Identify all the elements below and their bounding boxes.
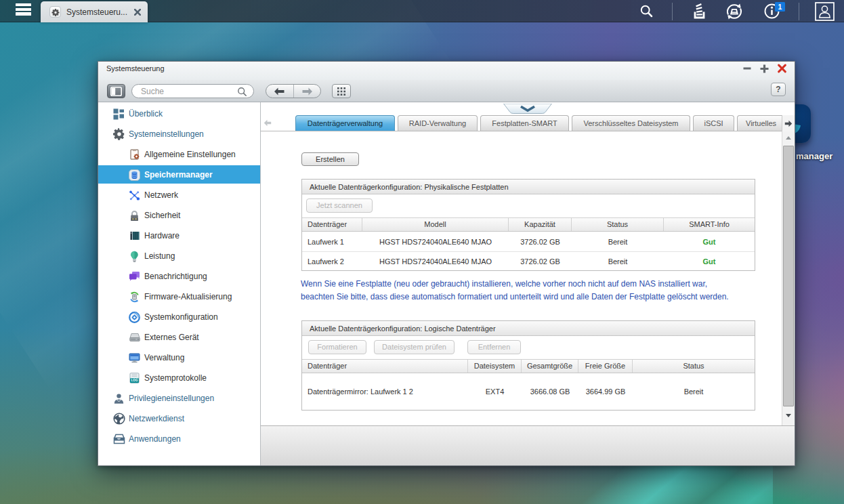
sidebar-item-label: Hardware: [144, 231, 180, 240]
sidebar-item-label: Netzwerk: [144, 190, 178, 200]
table-cell: Laufwerk 2: [302, 257, 362, 266]
sidebar-item-allgemeine-einstellungen[interactable]: Allgemeine Einstellungen: [98, 144, 260, 165]
hardware-icon: [129, 230, 140, 242]
sidebar-item-hardware[interactable]: Hardware: [98, 226, 260, 246]
system-config-icon: [129, 312, 140, 323]
column-header: Gesamtgröße: [522, 360, 578, 373]
sidebar-item-label: Anwendungen: [129, 434, 181, 444]
check-filesystem-button[interactable]: Dateisystem prüfen: [374, 340, 455, 354]
column-header: SMART-Info: [664, 218, 755, 231]
sidebar: Überblick Systemeinstellungen Allgemeine…: [98, 102, 261, 465]
tab-festplatten-smart[interactable]: Festplatten-SMART: [480, 115, 569, 131]
sidebar-item-externes-geraet[interactable]: Externes Gerät: [98, 327, 260, 348]
tab-virtuelles[interactable]: Virtuelles: [737, 115, 782, 131]
window-title: Systemsteuerung: [106, 64, 165, 72]
user-icon[interactable]: [814, 0, 835, 22]
table-row[interactable]: Laufwerk 1 HGST HDS724040ALE640 MJAO 372…: [302, 232, 755, 251]
overview-icon: [112, 108, 125, 121]
column-header: Kapazität: [509, 218, 572, 231]
remove-button[interactable]: Entfernen: [467, 340, 521, 354]
notification-icon: [129, 271, 140, 282]
sidebar-item-privilegieneinstellungen[interactable]: Privilegieneinstellungen: [98, 388, 260, 408]
search-input[interactable]: [141, 85, 236, 97]
svg-text:LOG: LOG: [131, 379, 138, 382]
table-cell: EXT4: [468, 387, 522, 396]
vertical-scrollbar[interactable]: [782, 131, 795, 427]
table-cell: HGST HDS724040ALE640 MJAO: [362, 257, 509, 266]
sidebar-item-label: Verwaltung: [144, 353, 184, 362]
sidebar-item-label: Systemeinstellungen: [129, 129, 204, 139]
window-titlebar[interactable]: Systemsteuerung: [98, 62, 795, 80]
background-tasks-icon[interactable]: [690, 0, 708, 22]
system-logs-icon: LOG: [129, 373, 140, 384]
sidebar-toggle-button[interactable]: [107, 84, 125, 98]
sidebar-item-systemeinstellungen[interactable]: Systemeinstellungen: [98, 124, 260, 144]
sidebar-item-systemprotokolle[interactable]: LOG Systemprotokolle: [98, 368, 260, 388]
search-icon: [237, 87, 247, 97]
security-icon: [129, 210, 140, 222]
search-box[interactable]: [131, 84, 254, 98]
table-cell: Bereit: [633, 387, 755, 396]
column-header: Datenträger: [302, 360, 468, 373]
content-area: Datenträgerverwaltung RAID-Verwaltung Fe…: [261, 102, 795, 465]
sidebar-item-leistung[interactable]: Leistung: [98, 246, 260, 266]
sidebar-item-label: Leistung: [144, 251, 175, 261]
scroll-down-icon[interactable]: [782, 409, 795, 422]
create-button[interactable]: Erstellen: [301, 152, 359, 166]
note-line: Wenn Sie eine Festplatte (neu oder gebra…: [301, 278, 761, 291]
disk-sync-icon[interactable]: [725, 0, 744, 22]
scrollbar-thumb[interactable]: [783, 146, 794, 406]
column-header: Status: [633, 360, 755, 373]
tabs-scroll-left-icon[interactable]: [262, 115, 272, 131]
sidebar-item-systemkonfiguration[interactable]: Systemkonfiguration: [98, 307, 260, 327]
desktop: manager Systemsteueru...: [0, 0, 844, 504]
performance-icon: [129, 251, 140, 262]
sidebar-item-label: Privilegieneinstellungen: [129, 394, 214, 403]
sidebar-item-label: Systemkonfiguration: [144, 312, 218, 322]
table-cell: 3726.02 GB: [509, 257, 572, 266]
column-header: Status: [572, 218, 664, 231]
physical-disks-panel: Aktuelle Datenträgerkonfiguration: Physi…: [301, 179, 755, 271]
sidebar-item-speichermanager[interactable]: Speichermanager: [98, 165, 260, 185]
tab-raid-verwaltung[interactable]: RAID-Verwaltung: [398, 115, 478, 131]
close-button[interactable]: [778, 64, 786, 73]
app-grid-button[interactable]: [332, 84, 351, 98]
sidebar-item-label: Sicherheit: [144, 211, 180, 220]
table-cell: Laufwerk 1: [302, 238, 362, 246]
sidebar-item-anwendungen[interactable]: Anwendungen: [98, 429, 260, 449]
shortcut-label[interactable]: manager: [796, 151, 832, 161]
sidebar-item-verwaltung[interactable]: Verwaltung: [98, 348, 260, 368]
external-device-icon: [129, 332, 140, 343]
scroll-area: Erstellen Aktuelle Datenträgerkonfigurat…: [261, 131, 782, 427]
table-cell: 3726.02 GB: [509, 238, 572, 246]
format-button[interactable]: Formatieren: [308, 340, 366, 354]
sidebar-item-benachrichtigung[interactable]: Benachrichtigung: [98, 266, 260, 287]
tab-datentraegerverwaltung[interactable]: Datenträgerverwaltung: [295, 115, 395, 131]
table-row[interactable]: Datenträgermirror: Laufwerk 1 2 EXT4 366…: [302, 373, 755, 410]
administration-icon: [129, 352, 140, 364]
column-header: Dateisystem: [468, 360, 522, 373]
sidebar-item-ueberblick[interactable]: Überblick: [98, 104, 260, 124]
column-header: Freie Größe: [578, 360, 633, 373]
search-icon[interactable]: [639, 0, 654, 22]
tab-verschluesseltes-dateisystem[interactable]: Verschlüsseltes Dateisystem: [572, 115, 690, 131]
back-button[interactable]: [266, 85, 294, 98]
sidebar-item-firmware-aktualisierung[interactable]: Firmware-Aktualisierung: [98, 287, 260, 307]
sidebar-item-label: Allgemeine Einstellungen: [144, 150, 236, 159]
notification-badge: 1: [775, 2, 785, 12]
forward-button[interactable]: [294, 85, 321, 98]
scan-now-button[interactable]: Jetzt scannen: [306, 198, 373, 213]
sidebar-item-netzwerk[interactable]: Netzwerk: [98, 185, 260, 205]
sidebar-item-netzwerkdienst[interactable]: Netzwerkdienst: [98, 408, 260, 429]
sidebar-item-label: Externes Gerät: [144, 333, 199, 342]
scroll-up-icon[interactable]: [782, 131, 795, 144]
tab-iscsi[interactable]: iSCSI: [693, 115, 734, 131]
table-row[interactable]: Laufwerk 2 HGST HDS724040ALE640 MJAO 372…: [302, 251, 755, 270]
minimize-button[interactable]: [742, 64, 751, 73]
tabs-scroll-right-icon[interactable]: [782, 115, 795, 131]
sidebar-item-sicherheit[interactable]: Sicherheit: [98, 205, 260, 226]
help-button[interactable]: ?: [771, 83, 786, 96]
sidebar-item-label: Netzwerkdienst: [129, 414, 184, 423]
table-cell: Bereit: [572, 238, 664, 246]
maximize-button[interactable]: [760, 64, 769, 73]
